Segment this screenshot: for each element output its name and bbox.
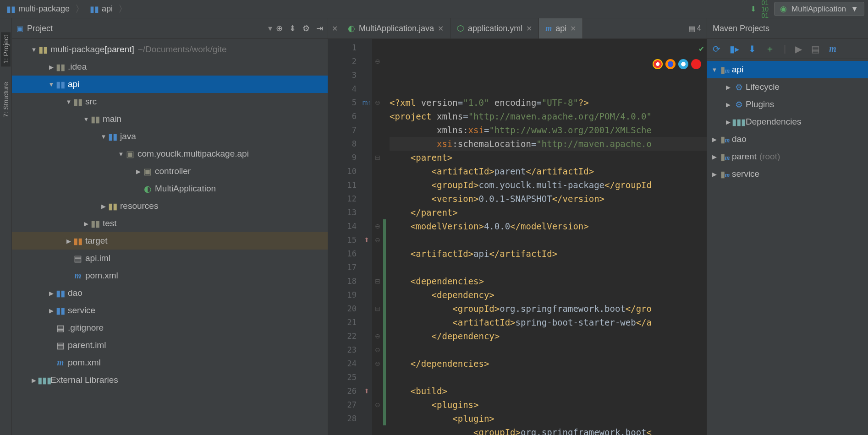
opera-icon[interactable] — [691, 59, 701, 69]
code-line[interactable]: <project xmlns="http://maven.apache.org/… — [390, 109, 707, 123]
expand-arrow-icon[interactable]: ▶ — [711, 153, 718, 160]
code-line[interactable]: <groupId>com.youclk.multi-package</group… — [390, 178, 707, 192]
code-line[interactable]: <artifactId>spring-boot-starter-web</a — [390, 315, 707, 329]
code-line[interactable] — [390, 233, 707, 247]
tree-row[interactable]: ▶▮▮resources — [12, 197, 328, 215]
run-icon[interactable]: ▶ — [795, 44, 802, 54]
download-icon[interactable]: ⬇ — [748, 44, 756, 54]
maven-tree-row[interactable]: ▶▮mdao — [707, 130, 868, 148]
code-line[interactable]: <?xml version="1.0" encoding="UTF-8"?> — [390, 96, 707, 109]
code-line[interactable]: <plugin> — [390, 412, 707, 425]
expand-arrow-icon[interactable]: ▶ — [48, 64, 55, 71]
tree-row[interactable]: ▶▮▮service — [12, 302, 328, 319]
tree-row[interactable]: ▶▮▮target — [12, 232, 328, 250]
maven-tree-row[interactable]: ▶▮mparent(root) — [707, 148, 868, 165]
fold-gutter[interactable]: ⊖⊖⊟⊖⊖⊟⊟⊖⊖⊖⊖ — [372, 39, 383, 435]
code-line[interactable]: </dependencies> — [390, 357, 707, 370]
tab-overflow-indicator[interactable]: ▤ 4 — [683, 18, 707, 38]
expand-arrow-icon[interactable]: ▶ — [725, 101, 732, 108]
collapse-icon[interactable]: ⇟ — [289, 23, 296, 33]
close-icon[interactable]: ✕ — [570, 24, 576, 33]
tree-row[interactable]: ▼▮▮api — [12, 76, 328, 93]
maven-tree-row[interactable]: ▶⚙Plugins — [707, 96, 868, 113]
code-line[interactable]: <build> — [390, 384, 707, 398]
firefox-icon[interactable] — [665, 59, 676, 69]
code-area[interactable]: ✔ <?xml version="1.0" encoding="UTF-8"?>… — [386, 39, 707, 435]
expand-arrow-icon[interactable]: ▼ — [711, 66, 718, 73]
hide-icon[interactable]: ⇥ — [316, 23, 323, 33]
refresh-icon[interactable]: ⟳ — [713, 44, 720, 54]
execute-goal-icon[interactable]: ▤ — [811, 44, 820, 54]
tree-row[interactable]: ▼▮▮src — [12, 93, 328, 110]
tree-row[interactable]: ▤api.iml — [12, 250, 328, 267]
expand-arrow-icon[interactable]: ▶ — [725, 84, 732, 91]
chrome-icon[interactable] — [653, 59, 663, 69]
close-icon[interactable]: ✕ — [526, 24, 532, 33]
tree-row[interactable]: ▶▣controller — [12, 163, 328, 180]
expand-arrow-icon[interactable]: ▶ — [65, 238, 72, 245]
expand-arrow-icon[interactable]: ▼ — [82, 116, 90, 123]
tree-row[interactable]: ▤.gitignore — [12, 319, 328, 337]
expand-arrow-icon[interactable]: ▶ — [48, 307, 55, 314]
safari-icon[interactable] — [678, 59, 688, 69]
code-line[interactable]: <dependency> — [390, 288, 707, 302]
code-line[interactable]: <dependencies> — [390, 274, 707, 288]
close-icon[interactable]: ✕ — [438, 24, 444, 33]
rail-project[interactable]: 1: Project — [1, 32, 11, 66]
expand-arrow-icon[interactable]: ▶ — [135, 168, 142, 175]
code-line[interactable]: <artifactId>api</artifactId> — [390, 247, 707, 261]
code-line[interactable]: <parent> — [390, 151, 707, 164]
editor-tab[interactable]: ◐MultiApplication.java✕ — [341, 18, 450, 38]
maven-tree-row[interactable]: ▼▮mapi — [707, 61, 868, 78]
inspection-ok-icon[interactable]: ✔ — [699, 42, 704, 55]
tree-row[interactable]: ▼▮▮main — [12, 110, 328, 128]
code-line[interactable]: xmlns:xsi="http://www.w3.org/2001/XMLSch… — [390, 123, 707, 137]
tree-row[interactable]: ◐MultiApplication — [12, 180, 328, 197]
toggle-offline-icon[interactable]: m — [829, 44, 836, 54]
expand-arrow-icon[interactable]: ▼ — [30, 46, 38, 53]
expand-arrow-icon[interactable]: ▼ — [100, 133, 107, 140]
code-line[interactable]: <plugins> — [390, 398, 707, 412]
tree-row[interactable]: ▼▣com.youclk.multipackage.api — [12, 145, 328, 163]
expand-arrow-icon[interactable]: ▶ — [48, 290, 55, 297]
expand-arrow-icon[interactable]: ▶ — [100, 203, 107, 210]
code-line[interactable]: <version>0.0.1-SNAPSHOT</version> — [390, 192, 707, 206]
project-tree[interactable]: ▼▮▮multi-package [parent]~/Documents/wor… — [12, 39, 328, 435]
maven-tree-row[interactable]: ▶▮▮▮Dependencies — [707, 113, 868, 130]
close-icon[interactable]: ✕ — [328, 24, 341, 33]
code-line[interactable]: </parent> — [390, 206, 707, 219]
maven-tree-row[interactable]: ▶▮mservice — [707, 165, 868, 183]
tree-row[interactable]: mpom.xml — [12, 354, 328, 371]
code-line[interactable] — [390, 370, 707, 384]
tree-row[interactable]: ▤parent.iml — [12, 337, 328, 354]
maven-tree[interactable]: ▼▮mapi▶⚙Lifecycle▶⚙Plugins▶▮▮▮Dependenci… — [707, 59, 868, 185]
breadcrumb-item-root[interactable]: ▮▮ multi-package — [4, 3, 72, 15]
breadcrumb-item-api[interactable]: ▮▮ api — [87, 3, 115, 15]
tree-row[interactable]: ▼▮▮multi-package [parent]~/Documents/wor… — [12, 41, 328, 58]
expand-arrow-icon[interactable]: ▼ — [48, 81, 55, 88]
code-line[interactable]: <groupId>org.springframework.boot</gro — [390, 302, 707, 315]
gear-icon[interactable]: ⚙ — [302, 23, 310, 33]
rail-structure[interactable]: 7: Structure — [1, 79, 11, 120]
code-line[interactable]: xsi:schemaLocation="http://maven.apache.… — [390, 137, 707, 151]
expand-arrow-icon[interactable]: ▼ — [65, 98, 72, 105]
generate-sources-icon[interactable]: ▮▸ — [730, 44, 739, 54]
expand-arrow-icon[interactable]: ▶ — [725, 119, 732, 125]
tree-row[interactable]: ▶▮▮test — [12, 215, 328, 232]
expand-arrow-icon[interactable]: ▶ — [711, 136, 718, 143]
tree-row[interactable]: ▼▮▮java — [12, 128, 328, 145]
code-line[interactable] — [390, 343, 707, 357]
expand-arrow-icon[interactable]: ▶ — [711, 171, 718, 178]
code-line[interactable] — [390, 261, 707, 274]
sync-down-icon[interactable]: ⬇ — [750, 5, 756, 13]
maven-tree-row[interactable]: ▶⚙Lifecycle — [707, 78, 868, 96]
tree-row[interactable]: ▶▮▮dao — [12, 284, 328, 302]
chevron-down-icon[interactable]: ▾ — [268, 23, 272, 33]
line-number-gutter[interactable]: 1234567891011121314151617181920212223242… — [328, 39, 361, 435]
tree-row[interactable]: ▶▮▮▮External Libraries — [12, 371, 328, 389]
expand-arrow-icon[interactable]: ▶ — [82, 220, 90, 227]
code-line[interactable]: <groupId>org.springframework.boot< — [390, 425, 707, 435]
editor-tab[interactable]: ⬡application.yml✕ — [450, 18, 539, 38]
tree-row[interactable]: ▶▮▮.idea — [12, 58, 328, 76]
editor-tab[interactable]: mapi✕ — [539, 18, 583, 38]
